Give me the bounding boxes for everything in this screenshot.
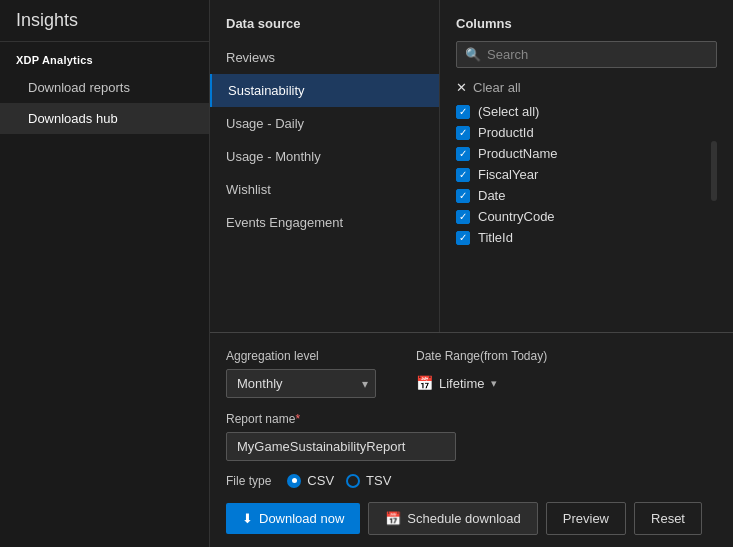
- clear-all-label: Clear all: [473, 80, 521, 95]
- column-label-select-all: (Select all): [478, 104, 539, 119]
- radio-csv[interactable]: CSV: [287, 473, 334, 488]
- file-type-radio-group: CSV TSV: [287, 473, 391, 488]
- data-source-reviews[interactable]: Reviews: [210, 41, 439, 74]
- data-source-title: Data source: [210, 16, 439, 41]
- download-icon: ⬇: [242, 511, 253, 526]
- preview-button[interactable]: Preview: [546, 502, 626, 535]
- column-titleid[interactable]: TitleId: [456, 227, 707, 248]
- column-select-all[interactable]: (Select all): [456, 101, 707, 122]
- checkbox-fiscalyear[interactable]: [456, 168, 470, 182]
- columns-scrollbar[interactable]: [711, 141, 717, 201]
- columns-list: (Select all) ProductId ProductName Fisca…: [456, 101, 707, 248]
- date-range-button[interactable]: 📅 Lifetime ▾: [416, 369, 547, 397]
- top-panel: Data source Reviews Sustainability Usage…: [210, 0, 733, 332]
- report-name-row: Report name*: [226, 412, 717, 461]
- column-countrycode[interactable]: CountryCode: [456, 206, 707, 227]
- clear-all-button[interactable]: ✕ Clear all: [456, 76, 717, 99]
- checkbox-titleid[interactable]: [456, 231, 470, 245]
- column-label-titleid: TitleId: [478, 230, 513, 245]
- column-date[interactable]: Date: [456, 185, 707, 206]
- checkbox-countrycode[interactable]: [456, 210, 470, 224]
- aggregation-select-wrapper: Monthly Daily Yearly ▾: [226, 369, 376, 398]
- download-now-button[interactable]: ⬇ Download now: [226, 503, 360, 534]
- columns-panel: Columns 🔍 ✕ Clear all (Select all) Prod: [440, 0, 733, 332]
- checkbox-date[interactable]: [456, 189, 470, 203]
- data-source-sustainability[interactable]: Sustainability: [210, 74, 439, 107]
- actions-row: ⬇ Download now 📅 Schedule download Previ…: [226, 502, 717, 535]
- radio-tsv-dot[interactable]: [346, 474, 360, 488]
- settings-row: Aggregation level Monthly Daily Yearly ▾…: [226, 349, 717, 398]
- column-fiscalyear[interactable]: FiscalYear: [456, 164, 707, 185]
- report-name-label: Report name*: [226, 412, 717, 426]
- checkbox-productid[interactable]: [456, 126, 470, 140]
- data-source-usage-daily[interactable]: Usage - Daily: [210, 107, 439, 140]
- column-productid[interactable]: ProductId: [456, 122, 707, 143]
- report-name-group: Report name*: [226, 412, 717, 461]
- search-box[interactable]: 🔍: [456, 41, 717, 68]
- app-title: Insights: [0, 0, 209, 42]
- required-indicator: *: [295, 412, 300, 426]
- bottom-panel: Aggregation level Monthly Daily Yearly ▾…: [210, 333, 733, 547]
- search-input[interactable]: [487, 47, 708, 62]
- search-icon: 🔍: [465, 47, 481, 62]
- radio-tsv-label: TSV: [366, 473, 391, 488]
- schedule-download-label: Schedule download: [407, 511, 520, 526]
- column-label-fiscalyear: FiscalYear: [478, 167, 538, 182]
- schedule-download-button[interactable]: 📅 Schedule download: [368, 502, 537, 535]
- radio-tsv[interactable]: TSV: [346, 473, 391, 488]
- sidebar: Insights XDP Analytics Download reports …: [0, 0, 210, 547]
- download-now-label: Download now: [259, 511, 344, 526]
- file-type-label: File type: [226, 474, 271, 488]
- data-source-panel: Data source Reviews Sustainability Usage…: [210, 0, 440, 332]
- date-range-label: Date Range(from Today): [416, 349, 547, 363]
- date-range-group: Date Range(from Today) 📅 Lifetime ▾: [416, 349, 547, 398]
- reset-button[interactable]: Reset: [634, 502, 702, 535]
- sidebar-section-label: XDP Analytics: [0, 42, 209, 72]
- column-label-productid: ProductId: [478, 125, 534, 140]
- sidebar-item-download-reports[interactable]: Download reports: [0, 72, 209, 103]
- preview-label: Preview: [563, 511, 609, 526]
- main-content: Data source Reviews Sustainability Usage…: [210, 0, 733, 547]
- columns-scroll-area: (Select all) ProductId ProductName Fisca…: [456, 101, 717, 248]
- aggregation-group: Aggregation level Monthly Daily Yearly ▾: [226, 349, 376, 398]
- column-label-date: Date: [478, 188, 505, 203]
- file-type-row: File type CSV TSV: [226, 473, 717, 488]
- column-label-productname: ProductName: [478, 146, 557, 161]
- column-productname[interactable]: ProductName: [456, 143, 707, 164]
- report-name-input[interactable]: [226, 432, 456, 461]
- checkbox-select-all[interactable]: [456, 105, 470, 119]
- radio-csv-dot[interactable]: [287, 474, 301, 488]
- checkbox-productname[interactable]: [456, 147, 470, 161]
- aggregation-select[interactable]: Monthly Daily Yearly: [226, 369, 376, 398]
- aggregation-label: Aggregation level: [226, 349, 376, 363]
- column-label-countrycode: CountryCode: [478, 209, 555, 224]
- data-source-usage-monthly[interactable]: Usage - Monthly: [210, 140, 439, 173]
- columns-title: Columns: [456, 16, 717, 31]
- reset-label: Reset: [651, 511, 685, 526]
- schedule-icon: 📅: [385, 511, 401, 526]
- clear-icon: ✕: [456, 80, 467, 95]
- date-range-value: Lifetime: [439, 376, 485, 391]
- calendar-icon: 📅: [416, 375, 433, 391]
- radio-csv-label: CSV: [307, 473, 334, 488]
- chevron-down-icon: ▾: [491, 377, 497, 390]
- sidebar-item-downloads-hub[interactable]: Downloads hub: [0, 103, 209, 134]
- data-source-events-engagement[interactable]: Events Engagement: [210, 206, 439, 239]
- data-source-wishlist[interactable]: Wishlist: [210, 173, 439, 206]
